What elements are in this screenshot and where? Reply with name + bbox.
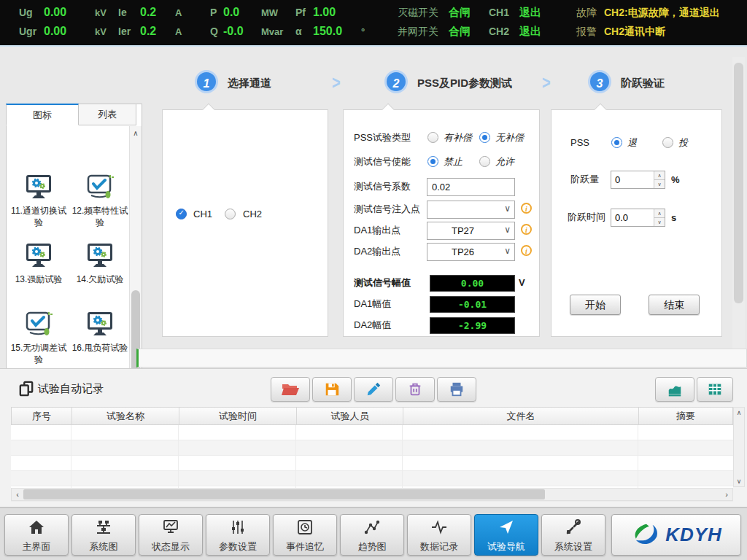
spin-down-icon[interactable]: ∨ (654, 218, 665, 227)
edit-record-button[interactable] (354, 377, 393, 402)
test-item-16[interactable]: 16.甩负荷试验 (71, 307, 129, 373)
nav-status-display[interactable]: 状态显示 (139, 514, 203, 556)
save-record-button[interactable] (312, 377, 352, 402)
step-amount-unit: % (671, 173, 680, 187)
nav-system-settings[interactable]: 系统设置 (541, 514, 605, 556)
chart-view-button[interactable] (655, 377, 694, 402)
waveform-icon (430, 518, 448, 536)
col-test-time: 试验时间 (179, 408, 297, 424)
radio-ch2-label: CH2 (243, 208, 262, 221)
step-1-card: CH1 CH2 (162, 109, 328, 337)
spin-up-icon[interactable]: ∧ (654, 209, 665, 218)
spin-down-icon[interactable]: ∨ (654, 180, 665, 189)
nav-parameter-settings[interactable]: 参数设置 (206, 514, 270, 556)
da2-out-select[interactable]: TP26∨ (427, 243, 515, 261)
inject-point-info-icon[interactable]: i (521, 203, 532, 214)
records-vertical-scrollbar[interactable]: ∧ ∨ (733, 407, 745, 487)
sliders-icon (229, 518, 247, 536)
signal-coef-input[interactable] (427, 178, 515, 196)
monitor-gear-icon (24, 174, 53, 201)
alarm-label: 报警 (576, 24, 604, 39)
radio-ch1[interactable] (176, 209, 187, 219)
step-time-spinner[interactable]: ∧∨ (611, 209, 665, 227)
scroll-up-icon[interactable]: ∧ (130, 128, 142, 139)
card-notch (382, 104, 395, 116)
metric-label: P (210, 5, 223, 20)
step-time-label: 阶跃时间 (568, 210, 605, 225)
scrollbar-thumb[interactable] (23, 489, 545, 499)
chevron-down-icon: ∨ (504, 246, 511, 256)
records-horizontal-scrollbar[interactable]: ‹ › (11, 488, 733, 501)
scroll-left-icon[interactable]: ‹ (12, 489, 23, 500)
nav-data-record[interactable]: 数据记录 (407, 514, 471, 556)
radio-pss-off[interactable] (611, 137, 622, 148)
open-folder-icon (281, 381, 300, 397)
test-panel-tabs: 图标 列表 (6, 104, 142, 125)
step-1-circle: 1 (195, 70, 218, 93)
card-notch (595, 104, 607, 116)
radio-pss-on[interactable] (662, 137, 673, 148)
spin-up-icon[interactable]: ∧ (654, 171, 665, 180)
tab-icon-view[interactable]: 图标 (6, 104, 79, 125)
start-button[interactable]: 开始 (570, 295, 621, 315)
da1-out-info-icon[interactable]: i (521, 224, 532, 235)
wizard-vertical-scrollbar[interactable] (732, 57, 745, 366)
data-grid-icon (707, 381, 723, 397)
tab-list-view[interactable]: 列表 (79, 104, 136, 125)
channel-state: 退出 (519, 24, 541, 39)
step-3-circle: 3 (588, 70, 611, 93)
open-record-button[interactable] (271, 377, 310, 402)
nav-test-navigation[interactable]: 试验导航 (474, 514, 538, 556)
scrollbar-thumb[interactable] (734, 63, 743, 303)
radio-forbid[interactable] (427, 156, 438, 167)
metric-unit: A (175, 25, 182, 39)
test-item-12[interactable]: 12.频率特性试验 (71, 170, 129, 236)
test-item-13[interactable]: 13.强励试验 (9, 238, 68, 304)
scroll-down-icon[interactable]: ∨ (734, 476, 744, 486)
metric-value: 0.2 (140, 24, 169, 39)
table-row (11, 440, 733, 456)
scroll-up-icon[interactable]: ∧ (734, 408, 744, 418)
print-record-button[interactable] (437, 377, 476, 402)
radio-compensated-label: 有补偿 (444, 131, 472, 144)
signal-amp-display: 0.00 (430, 275, 515, 292)
brand-logo-button[interactable]: KDYH (611, 514, 741, 556)
metric-unit: kV (95, 6, 107, 20)
step-amount-input[interactable] (611, 171, 653, 188)
monitor-gear-icon (24, 243, 53, 269)
test-item-11[interactable]: 11.通道切换试验 (9, 170, 68, 236)
inject-point-select[interactable]: ∨ (427, 201, 515, 219)
metric-unit: Mvar (261, 25, 283, 39)
end-button[interactable]: 结束 (649, 295, 700, 315)
nav-event-recall[interactable]: 事件追忆 (273, 514, 337, 556)
test-item-15[interactable]: 15.无功调差试验 (9, 307, 68, 373)
scroll-right-icon[interactable]: › (721, 489, 732, 500)
radio-uncompensated[interactable] (479, 132, 490, 143)
metric-value: 150.0 (313, 24, 355, 39)
step-2-circle: 2 (384, 70, 408, 93)
radio-ch2[interactable] (225, 209, 236, 219)
nav-system-diagram[interactable]: 系统图 (71, 514, 136, 556)
nav-main-screen[interactable]: 主界面 (4, 514, 69, 556)
da2-out-label: DA2输出点 (354, 244, 400, 259)
step-amount-label: 阶跃量 (570, 172, 599, 187)
step-time-input[interactable] (611, 209, 653, 226)
da1-out-label: DA1输出点 (354, 223, 400, 238)
table-view-button[interactable] (697, 377, 733, 402)
da2-out-info-icon[interactable]: i (521, 245, 532, 256)
nav-trend-chart[interactable]: 趋势图 (340, 514, 404, 556)
radio-allow[interactable] (479, 156, 490, 167)
da1-out-select[interactable]: TP27∨ (427, 222, 515, 240)
signal-amp-unit: V (519, 276, 525, 290)
test-item-14[interactable]: 14.欠励试验 (71, 238, 129, 304)
inject-point-label: 测试信号注入点 (354, 202, 420, 217)
step-amount-spinner[interactable]: ∧∨ (611, 171, 665, 189)
delete-record-button[interactable] (395, 377, 435, 402)
area-chart-icon (665, 381, 684, 397)
trend-icon (363, 518, 381, 536)
radio-compensated[interactable] (427, 132, 438, 143)
check-monitor-icon (24, 311, 53, 338)
metric-label: Ugr (19, 24, 44, 39)
event-clock-icon (296, 518, 314, 536)
radio-uncompensated-label: 无补偿 (495, 131, 524, 144)
